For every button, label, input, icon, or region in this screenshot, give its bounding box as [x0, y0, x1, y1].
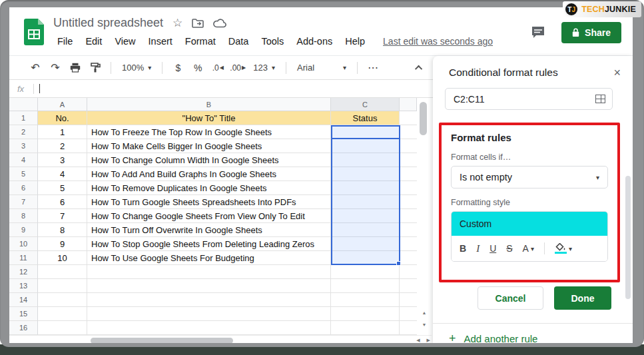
menu-tools[interactable]: Tools	[257, 35, 288, 48]
cell-d9[interactable]	[400, 223, 417, 237]
paint-format-icon[interactable]	[87, 60, 104, 76]
row-header-3[interactable]: 3	[9, 139, 38, 153]
menu-format[interactable]: Format	[181, 35, 220, 48]
cell-d4[interactable]	[400, 153, 417, 167]
active-cell-c2[interactable]	[331, 125, 400, 139]
select-all-corner[interactable]	[9, 98, 38, 111]
cloud-saved-icon[interactable]	[213, 19, 226, 28]
zoom-select[interactable]: 100% ▾	[118, 63, 155, 73]
cell-c1[interactable]: Status	[331, 111, 400, 125]
scroll-down-button[interactable]: ▼	[417, 319, 432, 330]
selection-range-c2-c11[interactable]	[331, 125, 400, 265]
cell-d15[interactable]	[400, 307, 417, 321]
cell-b8[interactable]: How To Change Google Sheets From View On…	[87, 209, 331, 223]
column-header-c[interactable]: C	[331, 98, 400, 111]
row-header-1[interactable]: 1	[9, 111, 38, 125]
menu-edit[interactable]: Edit	[81, 35, 106, 48]
cell-a10[interactable]: 9	[38, 237, 87, 251]
selection-fill-handle[interactable]	[396, 261, 401, 266]
apply-to-range-input[interactable]: C2:C11	[445, 88, 613, 110]
share-button[interactable]: Share	[561, 22, 621, 43]
cell-d8[interactable]	[400, 209, 417, 223]
cell-d5[interactable]	[400, 167, 417, 181]
more-formats-button[interactable]: 123 ▾	[249, 63, 279, 73]
cell-b2[interactable]: How To Freeze The Top Row In Google Shee…	[87, 125, 331, 139]
cell-d7[interactable]	[400, 195, 417, 209]
cell-b6[interactable]: How To Remove Duplicates In Google Sheet…	[87, 181, 331, 195]
cell-c13[interactable]	[331, 279, 400, 293]
cell-d14[interactable]	[400, 293, 417, 307]
close-icon[interactable]: ×	[613, 67, 621, 79]
cell-a11[interactable]: 10	[38, 251, 87, 265]
more-toolbar-options-icon[interactable]: ⋯	[364, 60, 382, 76]
italic-button[interactable]: I	[476, 243, 480, 254]
cell-b5[interactable]: How To Add And Build Graphs In Google Sh…	[87, 167, 331, 181]
cell-a9[interactable]: 8	[38, 223, 87, 237]
print-icon[interactable]	[67, 60, 84, 76]
cell-b9[interactable]: How To Turn Off Overwrite In Google Shee…	[87, 223, 331, 237]
cell-b7[interactable]: How To Turn Google Sheets Spreadsheets I…	[87, 195, 331, 209]
select-data-range-icon[interactable]	[595, 95, 605, 103]
row-header-2[interactable]: 2	[9, 125, 38, 139]
cell-b14[interactable]	[87, 293, 331, 307]
format-percent-button[interactable]: %	[189, 60, 206, 76]
menu-help[interactable]: Help	[341, 35, 369, 48]
cell-a12[interactable]	[38, 265, 87, 279]
column-header-a[interactable]: A	[38, 98, 87, 111]
cell-d10[interactable]	[400, 237, 417, 251]
cell-d11[interactable]	[400, 251, 417, 265]
cell-c15[interactable]	[331, 307, 400, 321]
cell-a3[interactable]: 2	[38, 139, 87, 153]
cell-a5[interactable]: 4	[38, 167, 87, 181]
document-title[interactable]: Untitled spreadsheet	[53, 16, 163, 30]
row-header-6[interactable]: 6	[9, 181, 38, 195]
cell-a1[interactable]: No.	[38, 111, 87, 125]
cell-a7[interactable]: 6	[38, 195, 87, 209]
cell-a8[interactable]: 7	[38, 209, 87, 223]
cell-b13[interactable]	[87, 279, 331, 293]
menu-view[interactable]: View	[111, 35, 139, 48]
row-header-16[interactable]: 16	[9, 321, 38, 335]
cell-b4[interactable]: How To Change Column Width In Google She…	[87, 153, 331, 167]
menu-addons[interactable]: Add-ons	[292, 35, 336, 48]
cell-a4[interactable]: 3	[38, 153, 87, 167]
done-button[interactable]: Done	[554, 286, 611, 310]
star-icon[interactable]: ☆	[172, 17, 182, 29]
row-header-5[interactable]: 5	[9, 167, 38, 181]
bold-button[interactable]: B	[460, 243, 466, 254]
cell-a14[interactable]	[38, 293, 87, 307]
redo-icon[interactable]: ↷	[47, 60, 64, 76]
cell-a6[interactable]: 5	[38, 181, 87, 195]
row-header-4[interactable]: 4	[9, 153, 38, 167]
menu-insert[interactable]: Insert	[145, 35, 176, 48]
formula-bar[interactable]: fx	[9, 80, 433, 98]
add-another-rule-button[interactable]: + Add another rule	[449, 332, 537, 343]
font-select[interactable]: Arial ▾	[293, 63, 350, 73]
panel-scrollbar-thumb[interactable]	[625, 176, 631, 299]
cell-d3[interactable]	[400, 139, 417, 153]
cell-a16[interactable]	[38, 321, 87, 335]
cell-d2[interactable]	[400, 125, 417, 139]
cancel-button[interactable]: Cancel	[478, 286, 543, 310]
row-header-15[interactable]: 15	[9, 307, 38, 321]
cell-d12[interactable]	[400, 265, 417, 279]
text-color-button[interactable]: A ▾	[523, 243, 534, 254]
column-header-d[interactable]	[400, 98, 417, 111]
strikethrough-button[interactable]: S	[506, 243, 512, 254]
cell-d13[interactable]	[400, 279, 417, 293]
cell-b10[interactable]: How To Stop Google Sheets From Deleting …	[87, 237, 331, 251]
move-to-folder-icon[interactable]	[192, 19, 204, 28]
cell-d1[interactable]	[400, 111, 417, 125]
cell-d6[interactable]	[400, 181, 417, 195]
horizontal-scrollbar[interactable]: ◀ ▶	[9, 335, 432, 343]
condition-dropdown[interactable]: Is not empty ▾	[451, 166, 608, 188]
row-header-12[interactable]: 12	[9, 265, 38, 279]
cell-b12[interactable]	[87, 265, 331, 279]
scroll-left-button[interactable]: ◀	[416, 338, 420, 343]
menu-file[interactable]: File	[53, 35, 77, 48]
row-header-14[interactable]: 14	[9, 293, 38, 307]
comment-icon[interactable]	[531, 26, 545, 39]
cell-a15[interactable]	[38, 307, 87, 321]
row-header-8[interactable]: 8	[9, 209, 38, 223]
fill-color-button[interactable]: ▾	[555, 243, 572, 254]
